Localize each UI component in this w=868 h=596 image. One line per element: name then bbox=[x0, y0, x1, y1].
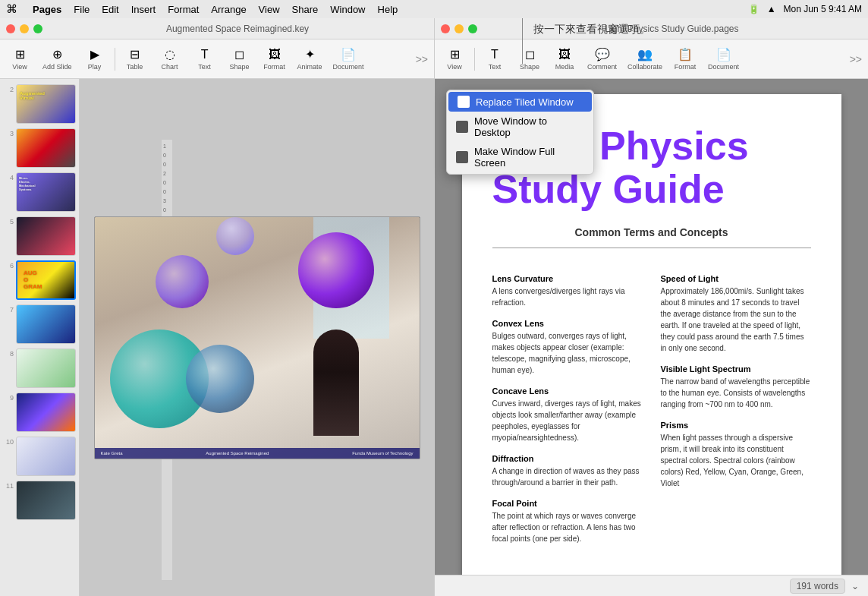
sphere-lavender bbox=[216, 217, 254, 255]
menu-file[interactable]: File bbox=[74, 4, 90, 15]
move-desktop-label: Move Window to Desktop bbox=[474, 115, 584, 138]
play-icon: ▶ bbox=[90, 47, 99, 61]
menu-arrange[interactable]: Arrange bbox=[211, 4, 246, 15]
list-item[interactable]: 11 bbox=[0, 478, 79, 522]
list-item[interactable]: 4 Micro-Electro-MechanicalSystems bbox=[0, 170, 79, 214]
toolbar-add-slide[interactable]: ⊕Add Slide bbox=[38, 44, 77, 74]
pages-titlebar: Light Physics Study Guide.pages bbox=[435, 18, 868, 39]
footer-center: Augmented Space Reimagined bbox=[206, 451, 269, 456]
chevron-up-down-icon[interactable]: ⌄ bbox=[851, 581, 859, 591]
toolbar-view[interactable]: ⊞View bbox=[3, 44, 36, 74]
doc-col-right: Speed of Light Approximately 186,000mi/s… bbox=[661, 263, 811, 544]
pages-toolbar-text[interactable]: TText bbox=[478, 45, 511, 74]
pages-toolbar-document[interactable]: 📄Document bbox=[703, 44, 744, 74]
list-item[interactable]: 10 bbox=[0, 434, 79, 478]
slide-main: Kate Greta Augmented Space Reimagined Fu… bbox=[94, 216, 420, 459]
make-fullscreen-item[interactable]: Make Window Full Screen bbox=[447, 142, 593, 172]
format-icon: 🖼 bbox=[269, 48, 281, 61]
toolbar-play[interactable]: ▶Play bbox=[78, 44, 112, 74]
toolbar-table[interactable]: ⊟Table bbox=[118, 44, 152, 74]
term-label: Prisms bbox=[661, 421, 811, 430]
view-icon: ⊞ bbox=[450, 47, 460, 61]
table-icon: ⊟ bbox=[130, 47, 140, 61]
toolbar-chart[interactable]: ◌Chart bbox=[153, 44, 187, 74]
menu-help[interactable]: Help bbox=[378, 4, 398, 15]
menu-pages[interactable]: Pages bbox=[33, 4, 61, 15]
doc-col-left: Lens Curvature A lens converges/diverges… bbox=[492, 263, 643, 544]
menu-window[interactable]: Window bbox=[330, 4, 365, 15]
menu-edit[interactable]: Edit bbox=[102, 4, 118, 15]
term-label: Concave Lens bbox=[492, 386, 643, 396]
menu-format[interactable]: Format bbox=[168, 4, 199, 15]
move-window-icon bbox=[456, 121, 468, 133]
term-label: Convex Lens bbox=[492, 319, 643, 328]
maximize-button[interactable] bbox=[33, 24, 42, 33]
toolbar-format[interactable]: 🖼Format bbox=[258, 45, 291, 74]
slide-person bbox=[313, 330, 359, 436]
word-count[interactable]: 191 words bbox=[790, 579, 845, 594]
keynote-window: Augmented Space Reimagined.key ⊞View ⊕Ad… bbox=[0, 18, 435, 596]
term-def: When light passes through a dispersive p… bbox=[661, 432, 811, 489]
pages-toolbar-comment[interactable]: 💬Comment bbox=[583, 44, 621, 74]
pages-min-button[interactable] bbox=[454, 24, 464, 33]
split-layout: Augmented Space Reimagined.key ⊞View ⊕Ad… bbox=[0, 18, 868, 596]
document-icon: 📄 bbox=[341, 47, 356, 61]
list-item[interactable]: 6 AUGOGRAM bbox=[0, 258, 79, 302]
sphere-blue bbox=[186, 345, 254, 413]
pages-toolbar-view[interactable]: ⊞View bbox=[438, 44, 471, 74]
slide-area: 2 AugmentedVirtual 3 4 Micro-Electro-Mec… bbox=[0, 79, 434, 596]
pages-toolbar-collaborate[interactable]: 👥Collaborate bbox=[623, 44, 667, 74]
move-to-desktop-item[interactable]: Move Window to Desktop bbox=[447, 112, 593, 142]
toolbar-shape[interactable]: ◻Shape bbox=[223, 44, 256, 74]
toolbar-animate[interactable]: ✦Animate bbox=[293, 44, 327, 74]
slide-thumbnails[interactable]: 2 AugmentedVirtual 3 4 Micro-Electro-Mec… bbox=[0, 79, 80, 596]
close-button[interactable] bbox=[6, 24, 15, 33]
pages-close-button[interactable] bbox=[441, 24, 450, 33]
footer-right: Funda Museum of Technology bbox=[352, 451, 413, 456]
sep1 bbox=[115, 48, 115, 71]
toolbar-text[interactable]: TText bbox=[188, 45, 222, 74]
pages-toolbar-media[interactable]: 🖼Media bbox=[548, 45, 581, 74]
term-label: Lens Curvature bbox=[492, 274, 643, 283]
keynote-window-title: Augmented Space Reimagined.key bbox=[47, 24, 428, 34]
slide-background: Kate Greta Augmented Space Reimagined Fu… bbox=[95, 217, 420, 459]
sep1 bbox=[474, 48, 475, 71]
menu-view[interactable]: View bbox=[259, 4, 280, 15]
menubar: ⌘ Pages File Edit Insert Format Arrange … bbox=[0, 0, 868, 18]
pages-toolbar-format[interactable]: 📋Format bbox=[668, 44, 702, 74]
document-icon: 📄 bbox=[716, 47, 731, 61]
list-item[interactable]: 3 bbox=[0, 126, 79, 170]
term-def: The narrow band of wavelengths perceptib… bbox=[661, 376, 811, 410]
toolbar-expand[interactable]: >> bbox=[413, 50, 431, 68]
keynote-toolbar: ⊞View ⊕Add Slide ▶Play ⊟Table ◌Chart TTe… bbox=[0, 39, 434, 79]
sphere-purple bbox=[298, 232, 374, 308]
toolbar-document[interactable]: 📄Document bbox=[329, 44, 369, 74]
list-item[interactable]: 9 bbox=[0, 390, 79, 434]
list-item[interactable]: 7 bbox=[0, 302, 79, 346]
pages-max-button[interactable] bbox=[468, 24, 477, 33]
list-item[interactable]: 5 bbox=[0, 214, 79, 258]
minimize-button[interactable] bbox=[20, 24, 29, 33]
add-icon: ⊕ bbox=[52, 47, 62, 61]
list-item[interactable]: 2 AugmentedVirtual bbox=[0, 82, 79, 126]
fullscreen-icon bbox=[456, 151, 468, 163]
fullscreen-label: Make Window Full Screen bbox=[474, 146, 584, 169]
pages-toolbar-expand[interactable]: >> bbox=[847, 50, 865, 68]
replace-tiled-window-item[interactable]: Replace Tiled Window bbox=[448, 92, 592, 112]
apple-menu[interactable]: ⌘ bbox=[6, 2, 17, 16]
term-def: A lens converges/diverges light rays via… bbox=[492, 285, 643, 308]
term-def: Bulges outward, converges rays of light,… bbox=[492, 330, 643, 376]
menu-share[interactable]: Share bbox=[292, 4, 319, 15]
menu-insert[interactable]: Insert bbox=[131, 4, 156, 15]
pages-window-title: Light Physics Study Guide.pages bbox=[482, 24, 862, 34]
doc-divider bbox=[492, 248, 811, 248]
pages-toolbar-shape[interactable]: ◻Shape bbox=[513, 44, 546, 74]
slide-canvas: 1 0 0 2 0 0 3 0 0 4 0 0 5 0 0 6 0 bbox=[80, 79, 434, 596]
animate-icon: ✦ bbox=[305, 47, 315, 61]
menubar-right: 🔋 ▲ Mon Jun 5 9:41 AM bbox=[748, 4, 862, 14]
list-item[interactable]: 8 bbox=[0, 346, 79, 390]
window-options-dropdown[interactable]: Replace Tiled Window Move Window to Desk… bbox=[446, 90, 594, 175]
text-icon: T bbox=[201, 48, 209, 61]
comment-icon: 💬 bbox=[595, 47, 610, 61]
chart-icon: ◌ bbox=[165, 47, 175, 61]
